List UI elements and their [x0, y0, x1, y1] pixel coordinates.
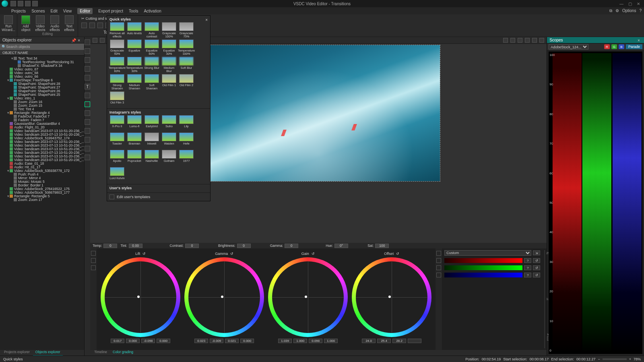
quick-style-item[interactable]: Temperature 100% [179, 39, 194, 55]
wheel-value[interactable]: 0.000 [240, 339, 254, 343]
zoom-in-icon[interactable]: + [629, 357, 631, 361]
wheel-value[interactable]: 1.000 [293, 339, 307, 343]
quick-style-item[interactable]: Remove all effects [109, 22, 125, 37]
reset-icon[interactable]: ↺ [533, 258, 540, 263]
add-object-button[interactable]: Add object [20, 15, 32, 31]
reset-icon[interactable]: ↺ [396, 252, 399, 256]
quick-style-item[interactable]: Sutro [161, 115, 177, 130]
tree-row[interactable]: ShapePoint: ShapePoint 25 [0, 93, 84, 96]
quick-style-item[interactable]: Temperature 30% [127, 57, 142, 72]
preset-export-icon[interactable]: ⇲ [533, 250, 540, 255]
preview-frame[interactable] [196, 45, 440, 182]
quick-style-item[interactable]: Soft Blur [179, 57, 194, 72]
quick-style-item[interactable]: Lily [179, 115, 194, 130]
quick-style-item[interactable]: Auto levels [127, 22, 142, 37]
quick-style-item[interactable]: Medium Blur [161, 57, 177, 72]
tree-row[interactable]: Video: outro_68 [0, 71, 84, 74]
pen-tool-icon[interactable] [85, 66, 90, 72]
text-effects-button[interactable]: Text effects [63, 15, 75, 31]
marker-tool-icon[interactable] [85, 119, 90, 125]
reset-icon[interactable] [91, 258, 96, 263]
tree-row[interactable]: Push: Push 4 [0, 172, 84, 176]
contrast-input[interactable]: 0 [185, 244, 199, 248]
tab-objects-explorer[interactable]: Objects explorer [33, 350, 63, 356]
reset-icon[interactable]: ↺ [312, 252, 315, 256]
hand-tool-icon[interactable] [85, 48, 90, 54]
minimize-icon[interactable]: — [619, 2, 623, 6]
search-input[interactable]: 🔍 Search objects [0, 43, 84, 50]
brightness-input[interactable]: 0 [237, 244, 251, 248]
tree-row[interactable]: Audio: Ease_01_18 [0, 161, 84, 165]
quick-style-item[interactable]: Equalize 60% [144, 39, 159, 55]
reset-icon[interactable]: ↺ [142, 252, 146, 256]
wheel-value[interactable]: 0.023 [194, 339, 208, 343]
wheel-value[interactable]: 25.4 [377, 339, 391, 343]
pin-icon[interactable]: 📌 [71, 38, 75, 42]
green-value[interactable]: ? [524, 265, 531, 270]
menu-activation[interactable]: Activation [144, 9, 161, 13]
channel-g-badge[interactable]: G [611, 44, 617, 49]
color-tool-icon[interactable] [85, 101, 90, 107]
layout-toggle-icon[interactable]: ⧉ [609, 8, 612, 13]
text-tool-icon[interactable]: T [85, 84, 90, 89]
misc-tool-icon[interactable] [85, 146, 90, 151]
quick-style-item[interactable]: Inkwell [144, 132, 159, 148]
toolbar-icon[interactable] [100, 38, 105, 43]
line-tool-icon[interactable] [85, 137, 90, 143]
close-panel-icon[interactable]: × [78, 38, 82, 42]
reset-icon[interactable]: ↺ [533, 265, 540, 270]
red-slider[interactable] [444, 258, 522, 263]
quick-style-item[interactable]: Earlybird [144, 115, 159, 130]
video-effects-button[interactable]: Video effects [34, 15, 46, 31]
quick-style-item[interactable]: Walden [161, 132, 177, 148]
menu-export[interactable]: Export project [98, 9, 123, 13]
wheel-value[interactable]: 0.000 [157, 339, 170, 343]
cursor-tool-icon[interactable] [85, 39, 90, 45]
gear-icon[interactable] [539, 38, 544, 43]
quick-style-item[interactable]: Gotham [161, 150, 177, 165]
zoom-out-icon[interactable]: − [598, 357, 600, 361]
quick-style-item[interactable]: Temperature 60% [109, 57, 125, 72]
menu-projects[interactable]: Projects [11, 9, 26, 13]
quick-style-item[interactable]: Poprocket [127, 150, 142, 165]
quick-style-item[interactable]: Hefe [179, 132, 194, 148]
chart-tool-icon[interactable] [85, 93, 90, 98]
wheel-value[interactable]: 0.000 [126, 339, 140, 343]
toggle-icon[interactable] [436, 273, 441, 277]
quick-style-item[interactable]: Lomo-fi [127, 115, 142, 130]
menu-scenes[interactable]: Scenes [31, 9, 45, 13]
blue-value[interactable]: ? [524, 273, 531, 277]
quick-style-item[interactable]: Medium Sharpen [127, 74, 142, 89]
grid-icon[interactable] [525, 38, 530, 43]
align-icon[interactable] [510, 38, 515, 43]
tree-row[interactable]: ▾Video: AdobeStock_535938778_172 [0, 169, 84, 172]
wheel-value[interactable]: 0.098 [309, 339, 322, 343]
wheel-value[interactable]: 24.0 [362, 339, 376, 343]
color-wheel[interactable] [352, 257, 431, 337]
quick-style-item[interactable]: Grayscale 100% [161, 22, 177, 37]
misc-tool-icon[interactable] [85, 155, 90, 160]
red-value[interactable]: ? [524, 258, 531, 263]
menu-edit[interactable]: Edit [50, 9, 57, 13]
tab-projects-explorer[interactable]: Projects explorer [2, 350, 32, 356]
wheel-value[interactable]: 0.021 [225, 339, 239, 343]
crop-tool-icon[interactable] [85, 57, 90, 63]
scope-mode-select[interactable]: Parade [626, 44, 642, 49]
tab-color-grading[interactable]: Color grading [110, 350, 136, 356]
color-wheel[interactable] [184, 257, 264, 337]
wheel-value[interactable]: 1.000 [324, 339, 338, 343]
tint-input[interactable]: 0.00 [129, 244, 142, 248]
ellipse-tool-icon[interactable] [85, 128, 90, 134]
column-header[interactable]: OBJECT NAME [0, 50, 84, 56]
sat-input[interactable]: 100 [375, 244, 389, 248]
run-wizard-button[interactable]: Run Wizard... [2, 15, 14, 31]
edit-user-templates-button[interactable]: Edit user's templates [107, 193, 210, 201]
maximize-icon[interactable]: ▢ [628, 2, 632, 6]
menu-view[interactable]: View [63, 9, 72, 13]
toggle-icon[interactable] [436, 258, 441, 263]
object-tree[interactable]: ▾Text: Text 34TextRecoloring: TextRecolo… [0, 56, 84, 350]
quick-style-item[interactable]: X-Pro II [109, 115, 125, 130]
channel-r-badge[interactable]: R [604, 44, 610, 49]
quick-style-item[interactable]: Old Film 3 [109, 91, 125, 107]
audio-effects-button[interactable]: Audio effects [49, 15, 61, 31]
